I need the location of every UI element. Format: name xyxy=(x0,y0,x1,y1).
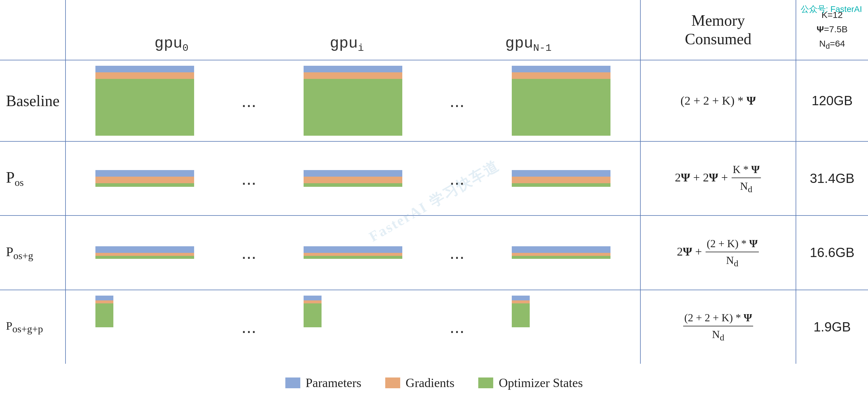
baseline-gpu0-optimizer xyxy=(95,79,194,136)
posg-gpui-gradients xyxy=(304,253,402,256)
posg-gpu0-bar xyxy=(95,246,194,259)
pos-label: Pos xyxy=(0,142,66,215)
dots-2b: ... xyxy=(450,168,465,189)
posgp-gpui-block xyxy=(304,296,321,327)
dots-2a: ... xyxy=(241,168,256,189)
dots-4a: ... xyxy=(241,316,256,337)
header-label-col xyxy=(0,0,66,60)
baseline-gpus: ... ... xyxy=(66,60,641,141)
posg-gpui-params xyxy=(304,246,402,253)
pos-gpun1-bar xyxy=(512,170,611,187)
posg-gpu0-params xyxy=(95,246,194,253)
gpui-header: gpui xyxy=(330,35,364,54)
posg-label: Pos+g xyxy=(0,216,66,289)
legend-row: Parameters Gradients Optimizer States xyxy=(0,364,868,402)
pos-label-text: Pos xyxy=(6,169,24,188)
posgp-label: Pos+g+p xyxy=(0,290,66,364)
parameters-swatch xyxy=(285,377,300,388)
posgp-gpun1-gradients xyxy=(512,300,530,303)
posgp-gpun1-params xyxy=(512,296,530,300)
posgp-gpui-optimizer xyxy=(304,303,321,327)
baseline-row: Baseline ... ... xyxy=(0,60,868,142)
baseline-gpui-gradients xyxy=(304,72,402,79)
gradients-label: Gradients xyxy=(406,376,454,390)
top-right-label: 公众号: FasterAI xyxy=(801,4,862,15)
rows-section: Baseline ... ... xyxy=(0,60,868,402)
posgp-label-text: Pos+g+p xyxy=(6,319,43,335)
pos-gpun1-optimizer xyxy=(512,183,611,187)
baseline-gpui-bar xyxy=(304,66,402,136)
pos-gpui-params xyxy=(304,170,402,177)
dots-3a: ... xyxy=(241,242,256,263)
pos-gpun1-params xyxy=(512,170,611,177)
psi-value: Ψ=7.5B xyxy=(816,22,848,36)
header-gpu-col: gpu0 gpui gpuN-1 xyxy=(66,0,641,60)
pos-gpui-gradients xyxy=(304,177,402,183)
posgp-gpun1-block xyxy=(512,296,530,327)
baseline-gpun1-params xyxy=(512,66,611,72)
posgp-gpui-bar xyxy=(304,296,402,358)
posgp-gpus: ... ... xyxy=(66,290,641,364)
pos-size-text: 31.4GB xyxy=(810,171,854,186)
posgp-gpun1-bar xyxy=(512,296,611,358)
posg-formula-text: 2Ψ + (2 + K) * ΨNd xyxy=(677,236,760,270)
gpu0-header: gpu0 xyxy=(154,35,188,54)
posgp-gpun1-optimizer xyxy=(512,303,530,327)
legend-optimizer: Optimizer States xyxy=(478,376,583,390)
posg-gpun1-gradients xyxy=(512,253,611,256)
baseline-gpu0-gradients xyxy=(95,72,194,79)
header-memory-col: MemoryConsumed xyxy=(641,0,796,60)
posgp-formula: (2 + 2 + K) * ΨNd xyxy=(641,290,796,364)
pos-gpui-bar xyxy=(304,170,402,187)
optimizer-label: Optimizer States xyxy=(499,376,583,390)
posg-size-text: 16.6GB xyxy=(810,245,854,260)
posg-size: 16.6GB xyxy=(796,216,868,289)
posgp-size: 1.9GB xyxy=(796,290,868,364)
gradients-swatch xyxy=(385,377,400,388)
posg-gpui-bar xyxy=(304,246,402,259)
dots-3b: ... xyxy=(450,242,465,263)
baseline-label-text: Baseline xyxy=(6,92,60,110)
parameters-label: Parameters xyxy=(306,376,362,390)
baseline-gpui-optimizer xyxy=(304,79,402,136)
posgp-gpu0-block xyxy=(95,296,113,327)
baseline-gpun1-optimizer xyxy=(512,79,611,136)
posgp-gpui-gradients xyxy=(304,300,321,303)
pos-size: 31.4GB xyxy=(796,142,868,215)
posg-gpun1-optimizer xyxy=(512,256,611,259)
legend-gradients: Gradients xyxy=(385,376,454,390)
posg-formula: 2Ψ + (2 + K) * ΨNd xyxy=(641,216,796,289)
posg-row: Pos+g ... ... xyxy=(0,216,868,290)
posg-gpui-optimizer xyxy=(304,256,402,259)
gpun1-header: gpuN-1 xyxy=(505,35,552,54)
baseline-gpu0-bar xyxy=(95,66,194,136)
baseline-label: Baseline xyxy=(0,60,66,141)
pos-row: Pos ... ... xyxy=(0,142,868,216)
posgp-gpu0-gradients xyxy=(95,300,113,303)
pos-formula-text: 2Ψ + 2Ψ + K * ΨNd xyxy=(675,161,762,196)
posg-label-text: Pos+g xyxy=(6,244,33,262)
pos-gpu0-params xyxy=(95,170,194,177)
pos-gpu0-gradients xyxy=(95,177,194,183)
posg-gpu0-gradients xyxy=(95,253,194,256)
posgp-row: Pos+g+p ... xyxy=(0,290,868,364)
pos-gpui-optimizer xyxy=(304,183,402,187)
baseline-size-text: 120GB xyxy=(812,93,853,108)
pos-gpu0-bar xyxy=(95,170,194,187)
posg-gpun1-bar xyxy=(512,246,611,259)
posgp-gpu0-optimizer xyxy=(95,303,113,327)
posgp-gpu0-params xyxy=(95,296,113,300)
memory-title: MemoryConsumed xyxy=(685,11,751,49)
posg-gpun1-params xyxy=(512,246,611,253)
posg-gpus: ... ... xyxy=(66,216,641,289)
dots-1b: ... xyxy=(450,91,465,111)
posgp-gpu0-bar xyxy=(95,296,194,358)
baseline-size: 120GB xyxy=(796,60,868,141)
legend-parameters: Parameters xyxy=(285,376,362,390)
baseline-formula: (2 + 2 + K) * Ψ xyxy=(641,60,796,141)
pos-gpu0-optimizer xyxy=(95,183,194,187)
posgp-gpui-params xyxy=(304,296,321,300)
baseline-gpun1-gradients xyxy=(512,72,611,79)
dots-1a: ... xyxy=(241,91,256,111)
pos-gpus: ... ... xyxy=(66,142,641,215)
